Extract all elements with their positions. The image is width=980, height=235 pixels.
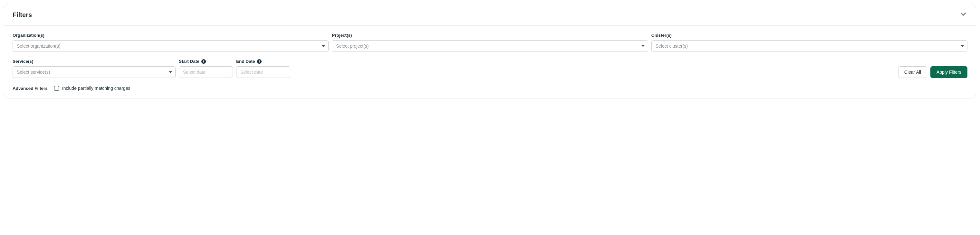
apply-filters-button[interactable]: Apply Filters xyxy=(931,66,967,78)
project-field: Project(s) Select project(s) xyxy=(332,33,648,52)
project-label: Project(s) xyxy=(332,33,648,38)
caret-down-icon xyxy=(322,45,325,47)
filters-row-1: Organization(s) Select organization(s) P… xyxy=(13,33,967,52)
filters-panel: Filters Organization(s) Select organizat… xyxy=(4,4,976,99)
svg-point-5 xyxy=(259,60,260,60)
include-partial-label: Include partially matching charges xyxy=(62,86,130,91)
filters-panel-title: Filters xyxy=(13,11,32,19)
end-date-label-text: End Date xyxy=(236,59,255,64)
service-label: Service(s) xyxy=(13,59,176,64)
end-date-input[interactable]: Select date xyxy=(236,66,290,78)
end-date-field: End Date Select date xyxy=(236,59,290,78)
advanced-filters-title: Advanced Filters xyxy=(13,86,48,91)
collapse-toggle[interactable] xyxy=(959,10,967,20)
start-date-field: Start Date Select date xyxy=(179,59,233,78)
project-select-placeholder: Select project(s) xyxy=(336,43,369,49)
organization-select-placeholder: Select organization(s) xyxy=(17,43,60,49)
filters-panel-body: Organization(s) Select organization(s) P… xyxy=(4,26,976,98)
info-icon[interactable] xyxy=(257,59,262,64)
svg-rect-1 xyxy=(203,61,204,62)
start-date-label: Start Date xyxy=(179,59,233,64)
cluster-label: Cluster(s) xyxy=(651,33,967,38)
end-date-placeholder: Select date xyxy=(240,70,263,75)
organization-field: Organization(s) Select organization(s) xyxy=(13,33,329,52)
end-date-label: End Date xyxy=(236,59,290,64)
caret-down-icon xyxy=(169,71,172,73)
include-partial-checkbox[interactable] xyxy=(54,86,59,91)
include-partial-prefix: Include xyxy=(62,86,78,91)
organization-select[interactable]: Select organization(s) xyxy=(13,40,329,52)
service-select[interactable]: Select service(s) xyxy=(13,66,176,78)
info-icon[interactable] xyxy=(201,59,206,64)
chevron-down-icon xyxy=(959,10,967,20)
svg-point-2 xyxy=(203,60,204,60)
organization-label: Organization(s) xyxy=(13,33,329,38)
service-field: Service(s) Select service(s) xyxy=(13,59,176,78)
include-partial-dotted: partially matching charges xyxy=(78,86,130,91)
start-date-label-text: Start Date xyxy=(179,59,199,64)
caret-down-icon xyxy=(961,45,964,47)
service-select-placeholder: Select service(s) xyxy=(17,70,50,75)
project-select[interactable]: Select project(s) xyxy=(332,40,648,52)
start-date-input[interactable]: Select date xyxy=(179,66,233,78)
caret-down-icon xyxy=(641,45,644,47)
advanced-filters-row: Advanced Filters Include partially match… xyxy=(13,86,967,91)
clear-all-button[interactable]: Clear All xyxy=(898,66,927,78)
filters-panel-header: Filters xyxy=(4,4,976,26)
start-date-placeholder: Select date xyxy=(183,70,205,75)
filter-actions: Clear All Apply Filters xyxy=(898,66,967,78)
filters-row-2: Service(s) Select service(s) Start Date … xyxy=(13,59,967,78)
cluster-select[interactable]: Select cluster(s) xyxy=(651,40,967,52)
include-partial-checkbox-wrap[interactable]: Include partially matching charges xyxy=(54,86,130,91)
cluster-field: Cluster(s) Select cluster(s) xyxy=(651,33,967,52)
cluster-select-placeholder: Select cluster(s) xyxy=(655,43,688,49)
svg-rect-4 xyxy=(259,61,260,62)
